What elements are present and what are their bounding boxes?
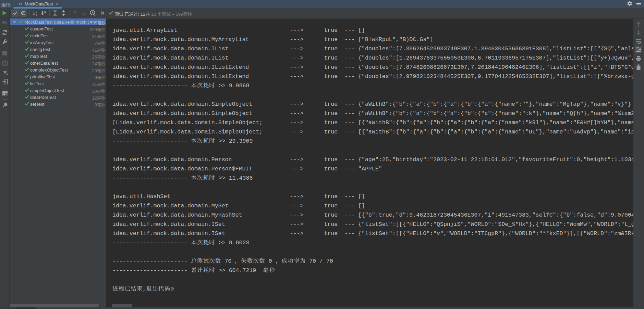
svg-text:z: z	[36, 13, 37, 16]
svg-text:9: 9	[5, 21, 7, 25]
